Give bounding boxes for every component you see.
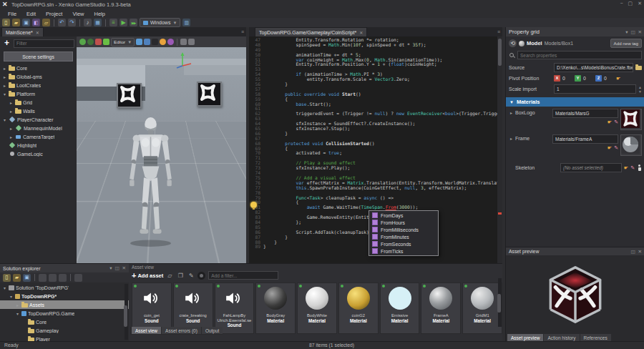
chevron-right-icon[interactable]: ▸ bbox=[9, 109, 14, 114]
property-search-input[interactable] bbox=[517, 51, 642, 59]
play-icon[interactable] bbox=[119, 19, 127, 26]
chevron-down-icon[interactable]: ▼ bbox=[509, 100, 514, 104]
close-icon[interactable]: ✕ bbox=[638, 249, 642, 255]
menu-item-file[interactable]: File bbox=[3, 10, 21, 18]
chevron-right-icon[interactable]: ▸ bbox=[2, 74, 7, 79]
tree-item-cameratarget[interactable]: ▸CameraTarget bbox=[0, 132, 77, 141]
add-green-icon[interactable] bbox=[103, 39, 109, 45]
chevron-down-icon[interactable]: ▾ bbox=[9, 294, 14, 299]
panel-menu-icon[interactable]: ▾ bbox=[109, 265, 112, 271]
step-icon[interactable] bbox=[130, 19, 137, 26]
code-line[interactable]: 48 spinSpeed = Math.Min(10f, spinSpeed +… bbox=[249, 43, 502, 48]
skeleton-picker-icon[interactable] bbox=[637, 164, 642, 171]
open-icon[interactable] bbox=[12, 19, 20, 26]
edit-pencil-icon[interactable]: ✎ bbox=[630, 165, 635, 171]
snap-green-icon[interactable] bbox=[79, 39, 86, 45]
tab-action-history[interactable]: Action history bbox=[544, 334, 579, 341]
chevron-right-icon[interactable]: ▸ bbox=[9, 134, 14, 139]
add-asset-button[interactable]: Add asset bbox=[132, 271, 163, 280]
intellisense-item-frommilliseconds[interactable]: FromMilliseconds bbox=[369, 226, 438, 233]
sphere-orange-icon[interactable] bbox=[160, 39, 166, 45]
menu-item-view[interactable]: View bbox=[67, 10, 89, 18]
pin-icon[interactable]: ◫ bbox=[630, 249, 635, 255]
save-icon[interactable] bbox=[22, 19, 30, 26]
undo-icon[interactable] bbox=[58, 19, 66, 26]
chevron-down-icon[interactable]: ▾ bbox=[2, 117, 7, 122]
livescript-icon[interactable] bbox=[109, 19, 117, 26]
tree-item-gamelogic[interactable]: GameLogic bbox=[0, 149, 77, 158]
tree-item-core[interactable]: ▸Core bbox=[0, 64, 77, 72]
pin-icon[interactable]: ◫ bbox=[630, 29, 635, 35]
code-line[interactable]: 56 } bbox=[249, 82, 502, 87]
material-thumbnail-crate[interactable] bbox=[620, 109, 642, 130]
gray-b-icon[interactable] bbox=[188, 39, 195, 45]
tree-item-grid[interactable]: ▸Grid bbox=[0, 98, 77, 107]
props-icon[interactable] bbox=[74, 274, 82, 282]
code-line[interactable]: 52 Entity.Transform.Position.Y = 1 + (fl… bbox=[249, 62, 502, 67]
menu-item-project[interactable]: Project bbox=[41, 10, 67, 18]
code-line[interactable]: 70 activated = true; bbox=[249, 151, 502, 156]
maximize-icon[interactable]: ▢ bbox=[628, 1, 633, 6]
ref-b-icon[interactable] bbox=[49, 274, 57, 282]
minimize-icon[interactable]: − bbox=[620, 1, 623, 6]
chevron-right-icon[interactable]: ▸ bbox=[9, 100, 14, 105]
tree-item-lootcrates[interactable]: ▸LootCrates bbox=[0, 81, 77, 89]
save-icon[interactable] bbox=[23, 274, 31, 282]
tab-asset-view[interactable]: Asset view bbox=[132, 327, 161, 334]
hamburger-icon[interactable]: ≡ bbox=[241, 29, 244, 34]
asset-tile-bodygray[interactable]: BodyGrayMaterial bbox=[255, 282, 296, 334]
tree-item-global-gms[interactable]: ▸Global-gms bbox=[0, 72, 77, 81]
code-scrollbar[interactable] bbox=[497, 36, 502, 263]
code-line[interactable]: 77 this.SpawnPrefabInstance(CoinGetEffec… bbox=[249, 186, 502, 191]
hamburger-icon[interactable]: ≡ bbox=[497, 29, 500, 34]
asset-tile-coing2[interactable]: coinG2Material bbox=[338, 282, 379, 334]
intellisense-item-fromminutes[interactable]: FromMinutes bbox=[369, 233, 438, 240]
chevron-right-icon[interactable]: ▸ bbox=[15, 303, 20, 308]
tab-coinscript[interactable]: TopDownRPG.Game/Gameplay/CoinScript* ✕ bbox=[255, 27, 367, 36]
edit-pencil-icon[interactable]: ✎ bbox=[614, 145, 618, 151]
new-icon[interactable] bbox=[3, 274, 11, 282]
material-field[interactable]: Materials/FrameA bbox=[552, 134, 618, 144]
scene-viewport[interactable] bbox=[77, 47, 246, 263]
chevron-down-icon[interactable]: ▾ bbox=[2, 285, 7, 290]
tree-item-assets[interactable]: ▸Assets bbox=[0, 300, 129, 309]
code-line[interactable]: 73 sfxInstance?.Play(); bbox=[249, 166, 502, 171]
intellisense-item-fromdays[interactable]: FromDays bbox=[369, 212, 438, 219]
hand-picker-icon[interactable]: ☛ bbox=[616, 76, 620, 82]
tab-references[interactable]: References bbox=[580, 334, 611, 341]
platform-grid-icon[interactable] bbox=[182, 19, 190, 26]
pin-icon[interactable]: ◫ bbox=[114, 265, 119, 271]
tab-mainscene[interactable]: MainScene* ✕ bbox=[1, 27, 44, 36]
hierarchy-filter-input[interactable] bbox=[14, 39, 74, 48]
chevron-right-icon[interactable]: ▸ bbox=[509, 136, 514, 156]
eye-icon[interactable] bbox=[197, 272, 205, 280]
solution-scrollbar[interactable] bbox=[125, 284, 128, 340]
mannequin-character[interactable] bbox=[117, 96, 185, 263]
snap-dark-icon[interactable] bbox=[87, 39, 94, 45]
transform-gizmo[interactable] bbox=[175, 51, 192, 69]
tree-item-walls[interactable]: ▸Walls bbox=[0, 107, 77, 115]
redo-icon[interactable] bbox=[68, 19, 76, 26]
editor-mode-dropdown[interactable]: Editor ▼ bbox=[111, 38, 135, 46]
intellisense-item-fromhours[interactable]: FromHours bbox=[369, 219, 438, 226]
new-icon[interactable] bbox=[2, 19, 10, 26]
asset-filter-input[interactable] bbox=[208, 271, 278, 280]
chevron-down-icon[interactable]: ▾ bbox=[2, 92, 7, 97]
asset-preview-viewport[interactable] bbox=[506, 255, 644, 334]
code-editor[interactable]: 47 Entity.Transform.Rotation *= rotation… bbox=[249, 36, 502, 263]
material-thumbnail-metal[interactable] bbox=[620, 134, 642, 156]
asset-tile-bodywhite[interactable]: BodyWhiteMaterial bbox=[297, 282, 337, 334]
hand-picker-icon[interactable]: ☛ bbox=[624, 165, 628, 171]
tree-item-solution-topdownrpg-[interactable]: ▾Solution 'TopDownRPG' bbox=[0, 283, 129, 292]
tree-item-mannequinmodel[interactable]: ▸MannequinModel bbox=[0, 124, 77, 132]
tree-item-topdownrpg-[interactable]: ▾TopDownRPG* bbox=[0, 292, 129, 300]
panel-menu-icon[interactable]: ▾ bbox=[625, 29, 628, 35]
tag-icon[interactable]: ▱ bbox=[166, 272, 173, 279]
asset-scrollbar[interactable] bbox=[498, 278, 502, 327]
pad-dark-icon[interactable] bbox=[152, 39, 158, 45]
screen-icon[interactable] bbox=[94, 19, 102, 26]
ref-c-icon[interactable] bbox=[59, 274, 67, 282]
cube-red-icon[interactable] bbox=[95, 39, 102, 45]
windows-dropdown[interactable]: Windows ▼ bbox=[140, 18, 180, 27]
material-field[interactable]: Materials/MarsG bbox=[552, 109, 618, 118]
